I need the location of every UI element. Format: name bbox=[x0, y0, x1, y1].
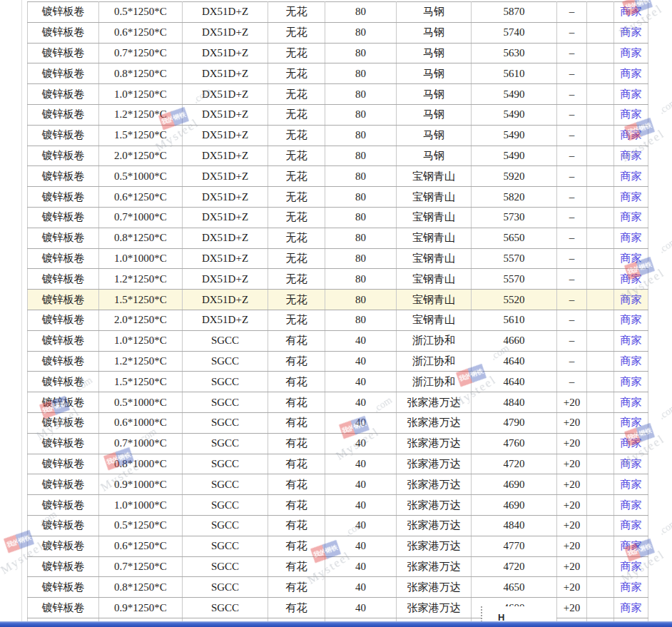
merchant-cell: 商家 bbox=[614, 515, 648, 536]
merchant-cell: 商家 bbox=[614, 228, 648, 248]
watermark-domain-text: .com bbox=[657, 402, 672, 422]
cell-blank bbox=[587, 577, 614, 598]
cell-change: – bbox=[557, 372, 587, 392]
cell-material: DX51D+Z bbox=[183, 310, 268, 330]
cell-mill: 宝钢青山 bbox=[397, 207, 472, 228]
merchant-link[interactable]: 商家 bbox=[621, 581, 642, 593]
cell-zinc-weight: 80 bbox=[325, 248, 397, 269]
merchant-link[interactable]: 商家 bbox=[621, 150, 642, 161]
cell-zinc-weight: 80 bbox=[325, 269, 397, 290]
cell-zinc-weight: 40 bbox=[325, 351, 397, 372]
cell-product: 镀锌板卷 bbox=[28, 63, 99, 84]
cell-spangle: 有花 bbox=[268, 598, 325, 618]
cell-mill: 马钢 bbox=[397, 43, 472, 63]
cell-product: 镀锌板卷 bbox=[28, 515, 99, 536]
cell-material: DX51D+Z bbox=[183, 104, 268, 125]
cell-spec: 1.0*1000*C bbox=[99, 495, 183, 516]
cell-spec: 0.8*1250*C bbox=[99, 228, 183, 248]
cell-price: 4690 bbox=[472, 474, 557, 495]
merchant-link[interactable]: 商家 bbox=[621, 437, 642, 449]
cell-spec: 0.7*1000*C bbox=[99, 207, 183, 228]
merchant-link[interactable]: 商家 bbox=[621, 273, 642, 285]
cell-product: 镀锌板卷 bbox=[28, 269, 99, 290]
cell-change: +20 bbox=[557, 495, 587, 516]
cell-zinc-weight: 40 bbox=[325, 536, 397, 556]
cell-spangle: 无花 bbox=[268, 104, 325, 125]
merchant-link[interactable]: 商家 bbox=[621, 129, 642, 141]
price-table: 镀锌板卷0.5*1250*CDX51D+Z无花80马钢5870–商家镀锌板卷0.… bbox=[27, 1, 648, 627]
price-table-container: 镀锌板卷0.5*1250*CDX51D+Z无花80马钢5870–商家镀锌板卷0.… bbox=[27, 1, 648, 627]
cell-price: 5820 bbox=[472, 187, 557, 208]
merchant-link[interactable]: 商家 bbox=[621, 458, 642, 469]
cell-blank bbox=[587, 248, 614, 269]
merchant-link[interactable]: 商家 bbox=[621, 26, 642, 38]
cell-spangle: 有花 bbox=[268, 392, 325, 413]
cell-change: +20 bbox=[557, 412, 587, 433]
cell-spangle: 无花 bbox=[268, 310, 325, 330]
cell-mill: 马钢 bbox=[397, 2, 472, 23]
cell-spangle: 无花 bbox=[268, 2, 325, 23]
merchant-link[interactable]: 商家 bbox=[621, 6, 642, 17]
table-row: 镀锌板卷0.8*1250*CDX51D+Z无花80宝钢青山5650–商家 bbox=[28, 228, 648, 248]
merchant-cell: 商家 bbox=[614, 269, 648, 290]
merchant-link[interactable]: 商家 bbox=[621, 417, 642, 428]
table-row: 镀锌板卷1.0*1000*CSGCC有花40张家港万达4690+20商家 bbox=[28, 495, 648, 516]
cell-price: 4840 bbox=[472, 392, 557, 413]
merchant-link[interactable]: 商家 bbox=[621, 47, 642, 58]
cell-blank bbox=[587, 22, 614, 43]
merchant-link[interactable]: 商家 bbox=[621, 561, 642, 572]
cell-mill: 马钢 bbox=[397, 22, 472, 43]
cell-price: 5650 bbox=[472, 228, 557, 248]
merchant-link[interactable]: 商家 bbox=[621, 602, 642, 613]
merchant-link[interactable]: 商家 bbox=[621, 88, 642, 100]
cell-spec: 1.5*1250*C bbox=[99, 125, 183, 146]
merchant-link[interactable]: 商家 bbox=[621, 499, 642, 511]
cell-change: +20 bbox=[557, 474, 587, 495]
cell-material: DX51D+Z bbox=[183, 2, 268, 23]
merchant-link[interactable]: 商家 bbox=[621, 68, 642, 79]
cell-spangle: 无花 bbox=[268, 43, 325, 63]
cell-price: 5490 bbox=[472, 125, 557, 146]
merchant-link[interactable]: 商家 bbox=[621, 355, 642, 367]
cell-zinc-weight: 80 bbox=[325, 84, 397, 105]
table-row: 镀锌板卷0.8*1250*CSGCC有花40张家港万达4650+20商家 bbox=[28, 577, 648, 598]
merchant-link[interactable]: 商家 bbox=[621, 314, 642, 325]
merchant-link[interactable]: 商家 bbox=[621, 232, 642, 243]
merchant-link[interactable]: 商家 bbox=[621, 397, 642, 408]
merchant-link[interactable]: 商家 bbox=[621, 376, 642, 387]
cell-spangle: 无花 bbox=[268, 290, 325, 310]
cell-blank bbox=[587, 536, 614, 556]
cell-zinc-weight: 80 bbox=[325, 187, 397, 208]
merchant-link[interactable]: 商家 bbox=[621, 108, 642, 120]
cell-change: – bbox=[557, 146, 587, 166]
cell-product: 镀锌板卷 bbox=[28, 207, 99, 228]
cell-product: 镀锌板卷 bbox=[28, 125, 99, 146]
merchant-link[interactable]: 商家 bbox=[621, 335, 642, 346]
cell-material: DX51D+Z bbox=[183, 84, 268, 105]
merchant-link[interactable]: 商家 bbox=[621, 253, 642, 264]
merchant-link[interactable]: 商家 bbox=[621, 294, 642, 305]
cell-spangle: 无花 bbox=[268, 63, 325, 84]
merchant-link[interactable]: 商家 bbox=[621, 191, 642, 203]
merchant-link[interactable]: 商家 bbox=[621, 519, 642, 531]
cell-blank bbox=[587, 2, 614, 23]
steel-price-page: 镀锌板卷0.5*1250*CDX51D+Z无花80马钢5870–商家镀锌板卷0.… bbox=[0, 0, 672, 627]
merchant-link[interactable]: 商家 bbox=[621, 479, 642, 490]
cell-product: 镀锌板卷 bbox=[28, 84, 99, 105]
merchant-link[interactable]: 商家 bbox=[621, 211, 642, 223]
merchant-cell: 商家 bbox=[614, 22, 648, 43]
cell-zinc-weight: 80 bbox=[325, 310, 397, 330]
merchant-link[interactable]: 商家 bbox=[621, 170, 642, 182]
cell-product: 镀锌板卷 bbox=[28, 474, 99, 495]
cell-zinc-weight: 80 bbox=[325, 2, 397, 23]
merchant-link[interactable]: 商家 bbox=[621, 540, 642, 551]
table-row: 镀锌板卷1.5*1250*CDX51D+Z无花80马钢5490–商家 bbox=[28, 125, 648, 146]
cell-spangle: 无花 bbox=[268, 146, 325, 166]
cell-blank bbox=[587, 598, 614, 618]
cell-blank bbox=[587, 412, 614, 433]
table-row: 镀锌板卷0.7*1000*CSGCC有花40张家港万达4760+20商家 bbox=[28, 433, 648, 454]
cell-material: SGCC bbox=[183, 577, 268, 598]
cell-blank bbox=[587, 310, 614, 330]
cell-spangle: 有花 bbox=[268, 474, 325, 495]
cell-zinc-weight: 40 bbox=[325, 515, 397, 536]
